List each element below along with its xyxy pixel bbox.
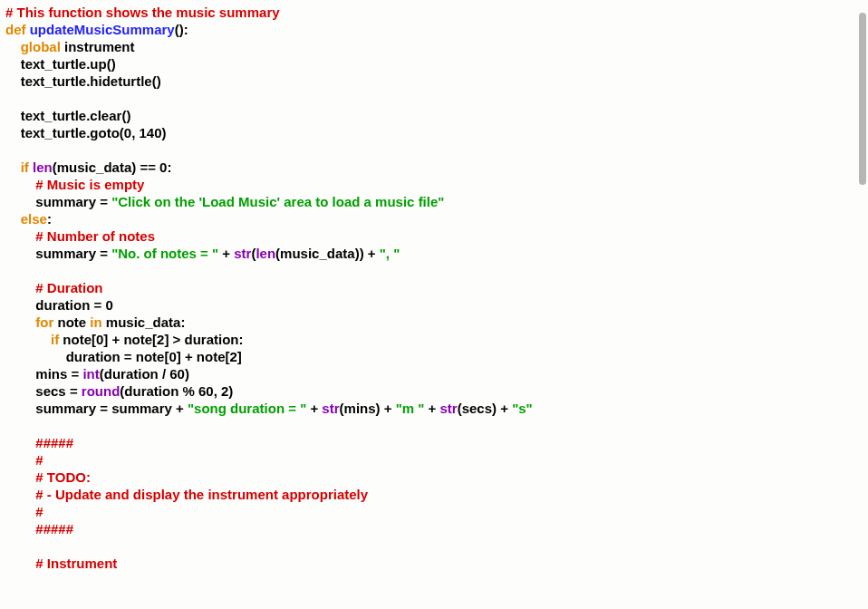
indent xyxy=(5,108,21,123)
indent xyxy=(5,487,35,502)
code-text: (): xyxy=(175,22,188,37)
indent xyxy=(5,504,35,519)
code-text: text_turtle.clear() xyxy=(21,108,131,123)
string-literal: "s" xyxy=(512,401,533,416)
code-text: mins = xyxy=(35,366,82,382)
code-comment: ##### xyxy=(35,435,73,450)
code-block: # This function shows the music summary … xyxy=(0,0,852,609)
function-name: updateMusicSummary xyxy=(30,22,175,37)
code-text: (duration / 60) xyxy=(100,366,189,382)
indent xyxy=(5,211,21,227)
code-text: music_data: xyxy=(102,314,186,330)
code-comment: # Instrument xyxy=(35,556,117,571)
code-comment: # TODO: xyxy=(35,469,91,485)
indent xyxy=(5,452,35,468)
indent xyxy=(5,366,35,382)
indent xyxy=(5,160,21,175)
code-comment: # - Update and display the instrument ap… xyxy=(35,487,368,502)
indent xyxy=(5,314,35,330)
indent xyxy=(5,469,35,485)
scrollbar-thumb[interactable] xyxy=(859,13,866,185)
code-comment: # xyxy=(35,504,43,519)
code-text: (secs) + xyxy=(458,401,512,416)
code-text: (mins) + xyxy=(340,401,396,416)
code-comment: ##### xyxy=(35,521,73,536)
indent xyxy=(5,349,66,364)
code-text: text_turtle.goto(0, 140) xyxy=(21,125,167,140)
indent xyxy=(5,39,21,54)
indent xyxy=(5,177,35,192)
code-comment: # Number of notes xyxy=(35,228,155,244)
indent xyxy=(5,280,35,295)
code-viewport: # This function shows the music summary … xyxy=(0,0,868,609)
indent xyxy=(5,401,35,416)
indent xyxy=(5,56,21,72)
code-text: + xyxy=(218,246,234,261)
keyword-global: global xyxy=(21,39,61,54)
builtin-str: str xyxy=(234,246,251,261)
string-literal: "song duration = " xyxy=(188,401,306,416)
code-text: duration = 0 xyxy=(35,297,112,313)
builtin-len: len xyxy=(33,160,53,175)
string-literal: "No. of notes = " xyxy=(111,246,218,261)
code-text: secs = xyxy=(35,383,81,399)
code-text: summary = xyxy=(35,194,111,209)
keyword-else: else xyxy=(21,211,47,227)
code-text: duration = note[0] + note[2] xyxy=(66,349,242,364)
string-literal: ", " xyxy=(380,246,400,261)
code-text: (music_data)) + xyxy=(275,246,380,261)
string-literal: "m " xyxy=(396,401,425,416)
code-comment: # Duration xyxy=(35,280,102,295)
code-text: + xyxy=(424,401,439,416)
indent xyxy=(5,556,35,571)
code-comment: # Music is empty xyxy=(35,177,144,192)
code-text: instrument xyxy=(61,39,135,54)
code-text: text_turtle.hideturtle() xyxy=(21,73,161,89)
code-text: note[0] + note[2] > duration: xyxy=(59,332,243,347)
indent xyxy=(5,435,35,450)
code-text: text_turtle.up() xyxy=(21,56,116,72)
code-text: + xyxy=(306,401,322,416)
builtin-round: round xyxy=(82,383,121,399)
builtin-int: int xyxy=(82,366,99,382)
indent xyxy=(5,228,35,244)
builtin-len: len xyxy=(256,246,275,261)
code-text: note xyxy=(53,314,90,330)
indent xyxy=(5,125,21,140)
indent xyxy=(5,332,51,347)
keyword-for: for xyxy=(35,314,53,330)
code-comment: # xyxy=(35,452,43,468)
string-literal: "Click on the 'Load Music' area to load … xyxy=(111,194,444,209)
keyword-in: in xyxy=(90,314,101,330)
code-text: (duration % 60, 2) xyxy=(120,383,233,399)
keyword-def: def xyxy=(5,22,26,37)
code-text: summary = xyxy=(35,246,111,261)
builtin-str: str xyxy=(322,401,339,416)
code-text: : xyxy=(47,211,52,227)
indent xyxy=(5,383,35,399)
indent xyxy=(5,521,35,536)
code-text: summary = summary + xyxy=(35,401,188,416)
indent xyxy=(5,246,35,261)
code-text: (music_data) == 0: xyxy=(53,160,172,175)
keyword-if: if xyxy=(21,160,29,175)
indent xyxy=(5,297,35,313)
indent xyxy=(5,73,21,89)
indent xyxy=(5,194,35,209)
code-line: # This function shows the music summary xyxy=(5,5,280,20)
builtin-str: str xyxy=(440,401,458,416)
keyword-if: if xyxy=(51,332,59,347)
